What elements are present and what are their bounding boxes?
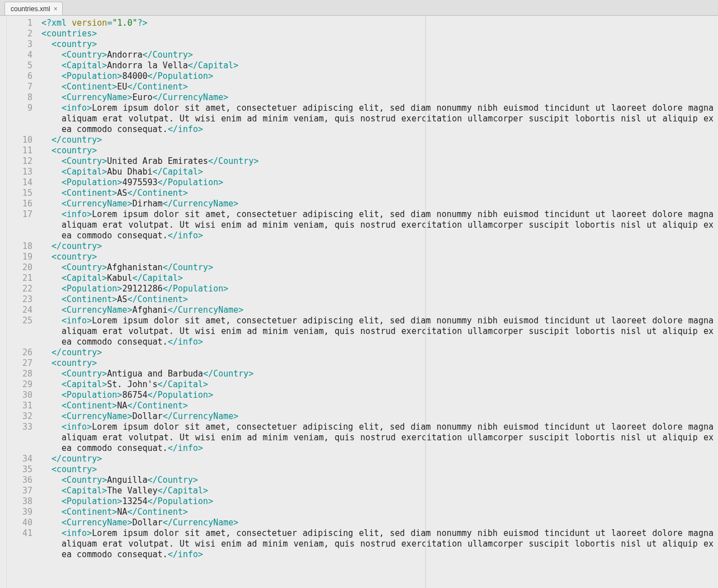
code-area[interactable]: <?xml version="1.0"?><countries><country…: [38, 16, 718, 588]
file-tab[interactable]: countries.xml ×: [4, 2, 63, 15]
fold-gutter: [0, 16, 7, 588]
editor[interactable]: 123456789..1011121314151617..18192021222…: [0, 16, 718, 588]
line-number-gutter: 123456789..1011121314151617..18192021222…: [7, 16, 38, 588]
close-icon[interactable]: ×: [54, 6, 58, 12]
tab-title: countries.xml: [11, 5, 50, 13]
tab-bar: countries.xml ×: [0, 0, 718, 16]
